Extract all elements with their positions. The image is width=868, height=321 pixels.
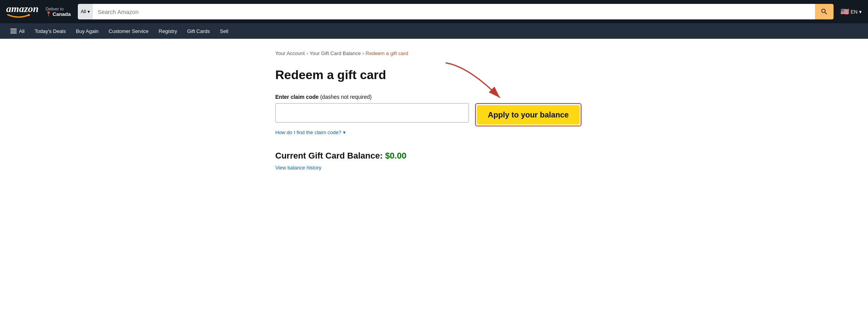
redeem-form: Enter claim code (dashes not required) A… (275, 94, 593, 135)
breadcrumb-gift-card-balance[interactable]: Your Gift Card Balance (309, 50, 360, 56)
apply-button-wrapper: Apply to your balance (475, 103, 582, 126)
find-claim-code-link[interactable]: How do I find the claim code? ▾ (275, 129, 593, 135)
balance-title: Current Gift Card Balance: $0.00 (275, 151, 593, 161)
chevron-down-icon: ▾ (87, 9, 90, 14)
main-content: Your Account › Your Gift Card Balance › … (260, 39, 608, 183)
balance-section: Current Gift Card Balance: $0.00 View ba… (275, 151, 593, 171)
breadcrumb-current: Redeem a gift card (365, 50, 408, 56)
apply-to-balance-button[interactable]: Apply to your balance (477, 105, 580, 124)
breadcrumb-separator-1: › (306, 50, 308, 56)
nav-registry[interactable]: Registry (154, 26, 182, 37)
location-icon: 📍 (46, 11, 51, 17)
balance-amount: $0.00 (385, 151, 407, 160)
logo-smile (6, 12, 30, 20)
lang-chevron-icon: ▾ (859, 9, 862, 15)
nav-todays-deals[interactable]: Today's Deals (30, 26, 70, 37)
nav-bar: All Today's Deals Buy Again Customer Ser… (0, 23, 868, 39)
breadcrumb: Your Account › Your Gift Card Balance › … (275, 50, 593, 56)
view-balance-history-link[interactable]: View balance history (275, 165, 321, 171)
chevron-down-icon: ▾ (343, 129, 346, 135)
nav-gift-cards[interactable]: Gift Cards (183, 26, 214, 37)
nav-buy-again[interactable]: Buy Again (72, 26, 103, 37)
nav-customer-service[interactable]: Customer Service (105, 26, 153, 37)
top-header: amazon Deliver to 📍 Canada All ▾ 🇺🇸 EN ▾ (0, 0, 868, 23)
claim-code-input[interactable] (275, 103, 469, 123)
input-button-row: Apply to your balance (275, 103, 593, 126)
deliver-to-label: Deliver to (46, 7, 71, 11)
nav-all-button[interactable]: All (6, 26, 29, 37)
search-icon (820, 8, 828, 16)
deliver-to-area[interactable]: Deliver to 📍 Canada (46, 7, 71, 17)
language-selector[interactable]: 🇺🇸 EN ▾ (841, 7, 862, 16)
search-category-dropdown[interactable]: All ▾ (78, 4, 93, 19)
flag-icon: 🇺🇸 (841, 7, 849, 16)
amazon-logo[interactable]: amazon (6, 4, 39, 20)
deliver-country: 📍 Canada (46, 11, 71, 17)
claim-code-label: Enter claim code (dashes not required) (275, 94, 593, 100)
nav-sell[interactable]: Sell (216, 26, 233, 37)
breadcrumb-your-account[interactable]: Your Account (275, 50, 305, 56)
search-input[interactable] (93, 4, 815, 19)
search-bar: All ▾ (78, 4, 834, 19)
hamburger-icon (10, 29, 17, 33)
page-title: Redeem a gift card (275, 68, 593, 82)
search-button[interactable] (815, 4, 834, 19)
breadcrumb-separator-2: › (362, 50, 364, 56)
